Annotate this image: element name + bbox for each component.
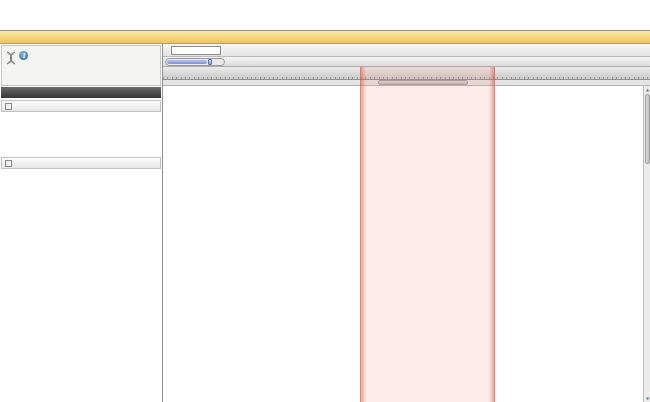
position-ruler[interactable]	[163, 67, 650, 80]
zoom-slider-fill	[167, 60, 207, 64]
collapse-icon[interactable]	[5, 160, 12, 167]
chromosome-select[interactable]	[171, 46, 221, 55]
zoom-slider[interactable]	[165, 58, 225, 66]
track-panel: ▲ ▼	[163, 44, 650, 402]
genome-tracks-header	[1, 87, 161, 98]
vertical-scrollbar[interactable]: ▲ ▼	[643, 86, 650, 402]
section-accessibility-channels[interactable]	[1, 157, 161, 169]
vertical-scrollbar-thumb[interactable]	[645, 94, 650, 164]
scroll-up-icon[interactable]: ▲	[644, 86, 650, 93]
zoom-slider-handle[interactable]	[208, 59, 212, 65]
chromosome-overview-ruler[interactable]	[163, 57, 650, 67]
collapse-icon[interactable]	[5, 103, 12, 110]
horizontal-scrollbar-thumb[interactable]	[378, 80, 468, 85]
scroll-down-icon[interactable]: ▼	[644, 395, 650, 402]
section-variant-channels[interactable]	[1, 100, 161, 112]
genome-browser-app: i	[0, 0, 650, 402]
sidebar: i	[0, 44, 163, 402]
info-box: i	[1, 45, 161, 86]
info-icon: i	[19, 51, 28, 60]
title-bar	[0, 30, 650, 44]
tracks-area	[163, 86, 650, 402]
header	[0, 0, 650, 30]
browser-toolbar	[163, 44, 650, 57]
dna-icon	[5, 51, 17, 65]
ruler-minor-ticks	[163, 77, 650, 79]
